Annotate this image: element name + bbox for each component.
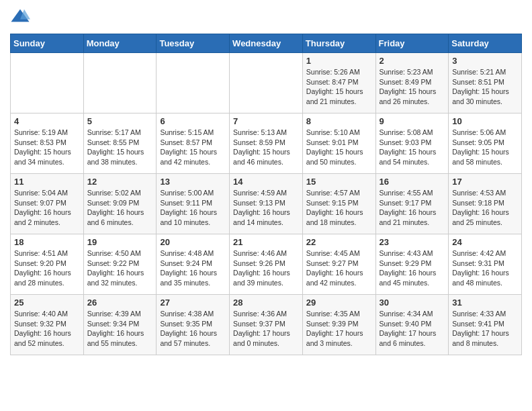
calendar-week-2: 4Sunrise: 5:19 AM Sunset: 8:53 PM Daylig… (11, 113, 522, 174)
day-number: 11 (14, 177, 80, 187)
day-number: 4 (14, 116, 80, 126)
day-number: 14 (233, 177, 299, 187)
cell-info: Sunrise: 4:42 AM Sunset: 9:31 PM Dayligh… (452, 248, 518, 288)
day-number: 2 (380, 56, 445, 66)
day-number: 18 (14, 237, 80, 247)
calendar-cell: 28Sunrise: 4:36 AM Sunset: 9:37 PM Dayli… (230, 295, 303, 355)
calendar-cell: 18Sunrise: 4:51 AM Sunset: 9:20 PM Dayli… (11, 234, 84, 295)
calendar-cell: 11Sunrise: 5:04 AM Sunset: 9:07 PM Dayli… (11, 174, 84, 234)
calendar-cell: 26Sunrise: 4:39 AM Sunset: 9:34 PM Dayli… (83, 295, 157, 355)
calendar-cell: 14Sunrise: 4:59 AM Sunset: 9:13 PM Dayli… (230, 174, 303, 234)
header-row: SundayMondayTuesdayWednesdayThursdayFrid… (11, 34, 522, 53)
header-cell-sunday: Sunday (11, 34, 84, 53)
day-number: 23 (380, 237, 445, 247)
day-number: 29 (306, 298, 372, 308)
cell-info: Sunrise: 4:36 AM Sunset: 9:37 PM Dayligh… (233, 309, 299, 349)
day-number: 25 (14, 298, 80, 308)
calendar-cell: 5Sunrise: 5:17 AM Sunset: 8:55 PM Daylig… (83, 113, 157, 174)
calendar-week-4: 18Sunrise: 4:51 AM Sunset: 9:20 PM Dayli… (11, 234, 522, 295)
cell-info: Sunrise: 5:26 AM Sunset: 8:47 PM Dayligh… (306, 67, 372, 107)
cell-info: Sunrise: 4:43 AM Sunset: 9:29 PM Dayligh… (380, 248, 445, 288)
day-number: 20 (160, 237, 226, 247)
day-number: 9 (380, 116, 445, 126)
cell-info: Sunrise: 5:04 AM Sunset: 9:07 PM Dayligh… (14, 188, 80, 228)
calendar-cell: 17Sunrise: 4:53 AM Sunset: 9:18 PM Dayli… (449, 174, 522, 234)
cell-info: Sunrise: 5:17 AM Sunset: 8:55 PM Dayligh… (87, 128, 153, 167)
cell-info: Sunrise: 5:19 AM Sunset: 8:53 PM Dayligh… (14, 128, 80, 167)
cell-info: Sunrise: 4:45 AM Sunset: 9:27 PM Dayligh… (306, 248, 372, 288)
calendar-cell: 23Sunrise: 4:43 AM Sunset: 9:29 PM Dayli… (375, 234, 449, 295)
day-number: 17 (452, 177, 518, 187)
cell-info: Sunrise: 4:48 AM Sunset: 9:24 PM Dayligh… (160, 248, 226, 288)
calendar-cell: 15Sunrise: 4:57 AM Sunset: 9:15 PM Dayli… (302, 174, 375, 234)
calendar-header: SundayMondayTuesdayWednesdayThursdayFrid… (11, 34, 522, 53)
day-number: 13 (160, 177, 226, 187)
calendar-cell: 2Sunrise: 5:23 AM Sunset: 8:49 PM Daylig… (375, 53, 449, 113)
day-number: 10 (452, 116, 518, 126)
calendar-cell: 9Sunrise: 5:08 AM Sunset: 9:03 PM Daylig… (375, 113, 449, 174)
day-number: 1 (306, 56, 372, 66)
calendar-cell: 22Sunrise: 4:45 AM Sunset: 9:27 PM Dayli… (302, 234, 375, 295)
calendar-cell (83, 53, 157, 113)
calendar-cell: 6Sunrise: 5:15 AM Sunset: 8:57 PM Daylig… (157, 113, 230, 174)
day-number: 30 (380, 298, 445, 308)
calendar-week-1: 1Sunrise: 5:26 AM Sunset: 8:47 PM Daylig… (11, 53, 522, 113)
calendar-cell: 21Sunrise: 4:46 AM Sunset: 9:26 PM Dayli… (230, 234, 303, 295)
day-number: 6 (160, 116, 226, 126)
calendar-cell: 3Sunrise: 5:21 AM Sunset: 8:51 PM Daylig… (449, 53, 522, 113)
header-cell-saturday: Saturday (449, 34, 522, 53)
day-number: 24 (452, 237, 518, 247)
header-cell-thursday: Thursday (302, 34, 375, 53)
cell-info: Sunrise: 4:53 AM Sunset: 9:18 PM Dayligh… (452, 188, 518, 228)
header-cell-monday: Monday (83, 34, 157, 53)
cell-info: Sunrise: 4:39 AM Sunset: 9:34 PM Dayligh… (87, 309, 153, 349)
calendar-cell: 1Sunrise: 5:26 AM Sunset: 8:47 PM Daylig… (302, 53, 375, 113)
cell-info: Sunrise: 5:02 AM Sunset: 9:09 PM Dayligh… (87, 188, 153, 228)
cell-info: Sunrise: 5:10 AM Sunset: 9:01 PM Dayligh… (306, 128, 372, 167)
day-number: 3 (452, 56, 518, 66)
calendar-cell: 31Sunrise: 4:33 AM Sunset: 9:41 PM Dayli… (449, 295, 522, 355)
header-cell-wednesday: Wednesday (230, 34, 303, 53)
calendar-cell: 10Sunrise: 5:06 AM Sunset: 9:05 PM Dayli… (449, 113, 522, 174)
cell-info: Sunrise: 4:50 AM Sunset: 9:22 PM Dayligh… (87, 248, 153, 288)
header-cell-tuesday: Tuesday (157, 34, 230, 53)
calendar-cell (11, 53, 84, 113)
day-number: 8 (306, 116, 372, 126)
day-number: 5 (87, 116, 153, 126)
calendar-cell: 29Sunrise: 4:35 AM Sunset: 9:39 PM Dayli… (302, 295, 375, 355)
day-number: 22 (306, 237, 372, 247)
calendar-cell (230, 53, 303, 113)
calendar-cell: 4Sunrise: 5:19 AM Sunset: 8:53 PM Daylig… (11, 113, 84, 174)
cell-info: Sunrise: 5:08 AM Sunset: 9:03 PM Dayligh… (380, 128, 445, 167)
day-number: 31 (452, 298, 518, 308)
cell-info: Sunrise: 4:51 AM Sunset: 9:20 PM Dayligh… (14, 248, 80, 288)
cell-info: Sunrise: 5:06 AM Sunset: 9:05 PM Dayligh… (452, 128, 518, 167)
cell-info: Sunrise: 4:34 AM Sunset: 9:40 PM Dayligh… (380, 309, 445, 349)
page-header (10, 7, 522, 27)
calendar-cell: 20Sunrise: 4:48 AM Sunset: 9:24 PM Dayli… (157, 234, 230, 295)
calendar-cell: 27Sunrise: 4:38 AM Sunset: 9:35 PM Dayli… (157, 295, 230, 355)
calendar-cell: 16Sunrise: 4:55 AM Sunset: 9:17 PM Dayli… (375, 174, 449, 234)
calendar-cell: 19Sunrise: 4:50 AM Sunset: 9:22 PM Dayli… (83, 234, 157, 295)
calendar-cell: 7Sunrise: 5:13 AM Sunset: 8:59 PM Daylig… (230, 113, 303, 174)
calendar-cell: 8Sunrise: 5:10 AM Sunset: 9:01 PM Daylig… (302, 113, 375, 174)
cell-info: Sunrise: 4:46 AM Sunset: 9:26 PM Dayligh… (233, 248, 299, 288)
calendar-table: SundayMondayTuesdayWednesdayThursdayFrid… (10, 34, 522, 355)
cell-info: Sunrise: 4:40 AM Sunset: 9:32 PM Dayligh… (14, 309, 80, 349)
cell-info: Sunrise: 4:57 AM Sunset: 9:15 PM Dayligh… (306, 188, 372, 228)
cell-info: Sunrise: 5:13 AM Sunset: 8:59 PM Dayligh… (233, 128, 299, 167)
day-number: 12 (87, 177, 153, 187)
day-number: 15 (306, 177, 372, 187)
calendar-week-5: 25Sunrise: 4:40 AM Sunset: 9:32 PM Dayli… (11, 295, 522, 355)
day-number: 26 (87, 298, 153, 308)
calendar-cell: 25Sunrise: 4:40 AM Sunset: 9:32 PM Dayli… (11, 295, 84, 355)
logo-icon (10, 7, 30, 27)
calendar-cell: 13Sunrise: 5:00 AM Sunset: 9:11 PM Dayli… (157, 174, 230, 234)
cell-info: Sunrise: 5:23 AM Sunset: 8:49 PM Dayligh… (380, 67, 445, 107)
calendar-week-3: 11Sunrise: 5:04 AM Sunset: 9:07 PM Dayli… (11, 174, 522, 234)
day-number: 21 (233, 237, 299, 247)
calendar-cell: 12Sunrise: 5:02 AM Sunset: 9:09 PM Dayli… (83, 174, 157, 234)
cell-info: Sunrise: 4:35 AM Sunset: 9:39 PM Dayligh… (306, 309, 372, 349)
cell-info: Sunrise: 4:59 AM Sunset: 9:13 PM Dayligh… (233, 188, 299, 228)
cell-info: Sunrise: 4:55 AM Sunset: 9:17 PM Dayligh… (380, 188, 445, 228)
